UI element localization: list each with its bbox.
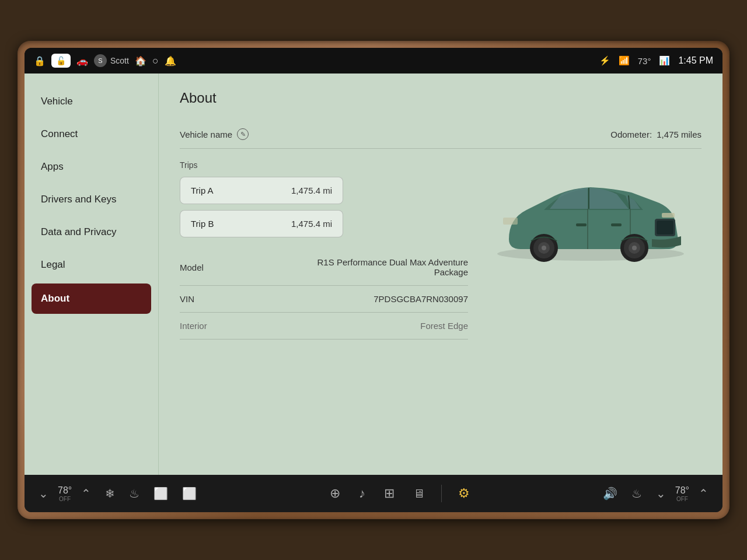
navigation-icon[interactable]: ⊕: [325, 482, 345, 505]
apps-grid-icon[interactable]: ⊞: [379, 482, 399, 505]
content-panel: About Vehicle name ✎ Odometer: 1,475 mil…: [159, 74, 722, 475]
right-temp-display: 78° OFF: [675, 485, 689, 502]
volume-icon[interactable]: 🔊: [598, 483, 622, 504]
vin-row: VIN 7PDSGCBA7RN030097: [180, 286, 468, 313]
main-area: Vehicle Connect Apps Drivers and Keys Da…: [25, 74, 722, 475]
trip-a-label: Trip A: [191, 186, 214, 195]
svg-rect-7: [662, 213, 675, 218]
odometer-value: Odometer: 1,475 miles: [610, 130, 701, 139]
sidebar-item-data-privacy[interactable]: Data and Privacy: [25, 216, 158, 249]
vin-label: VIN: [180, 294, 194, 304]
time-display: 1:45 PM: [678, 55, 713, 66]
edit-vehicle-name-icon[interactable]: ✎: [237, 128, 249, 140]
page-title: About: [180, 90, 701, 106]
content-with-image: Trips Trip A 1,475.4 mi Trip B 1,475.4 m…: [180, 149, 701, 340]
car-icon[interactable]: 🚗: [76, 55, 88, 66]
sidebar-item-drivers-keys[interactable]: Drivers and Keys: [25, 183, 158, 216]
left-temp-display: 78° OFF: [58, 485, 72, 502]
model-value: R1S Performance Dual Max Adventure Packa…: [293, 257, 468, 277]
seat-heat-right-icon[interactable]: ♨: [627, 483, 647, 504]
sidebar-item-vehicle[interactable]: Vehicle: [25, 85, 158, 118]
trips-header: Trips: [180, 160, 468, 170]
bottom-center-controls: ⊕ ♪ ⊞ 🖥 ⚙: [206, 482, 594, 505]
user-name: Scott: [110, 56, 129, 65]
seat-heat-left-icon[interactable]: ♨: [124, 483, 144, 504]
vin-value: 7PDSGCBA7RN030097: [374, 294, 468, 304]
wood-frame: 🔒 🔓 🚗 S Scott 🏠 ○ 🔔 ⚡ 📶: [18, 41, 729, 519]
music-icon[interactable]: ♪: [354, 482, 370, 505]
signal-icon: 📊: [659, 55, 670, 66]
svg-rect-17: [576, 223, 587, 226]
chevron-up-right-icon[interactable]: ⌃: [694, 483, 713, 504]
wifi-icon: 📶: [619, 55, 630, 66]
svg-point-12: [542, 246, 546, 250]
right-temp-label: OFF: [676, 496, 688, 502]
status-bar-right: ⚡ 📶 73° 📊 1:45 PM: [599, 55, 713, 66]
svg-rect-18: [611, 223, 622, 226]
bell-icon[interactable]: 🔔: [165, 55, 176, 66]
trip-b-label: Trip B: [191, 219, 214, 229]
chevron-up-left-icon[interactable]: ⌃: [76, 483, 96, 504]
trip-a-card[interactable]: Trip A 1,475.4 mi: [180, 177, 343, 204]
defrost-rear-icon[interactable]: ⬜: [177, 483, 201, 504]
trips-section: Trips Trip A 1,475.4 mi Trip B 1,475.4 m…: [180, 160, 468, 237]
divider: [441, 485, 442, 502]
screen: 🔒 🔓 🚗 S Scott 🏠 ○ 🔔 ⚡ 📶: [25, 48, 722, 512]
lock-icon[interactable]: 🔒: [34, 55, 46, 66]
screen-icon[interactable]: 🖥: [409, 484, 430, 504]
chevron-down-left-icon[interactable]: ⌄: [34, 483, 53, 504]
chevron-down-right-icon[interactable]: ⌄: [651, 483, 671, 504]
svg-rect-8: [503, 218, 518, 225]
home-icon[interactable]: 🏠: [135, 55, 146, 66]
status-bar: 🔒 🔓 🚗 S Scott 🏠 ○ 🔔 ⚡ 📶: [25, 48, 722, 74]
content-left: Trips Trip A 1,475.4 mi Trip B 1,475.4 m…: [180, 149, 468, 340]
model-label: Model: [180, 262, 204, 272]
bottom-bar: ⌄ 78° OFF ⌃ ❄ ♨ ⬜ ⬜ ⊕ ♪ ⊞ 🖥 ⚙: [25, 475, 722, 512]
bottom-left-climate: ⌄ 78° OFF ⌃ ❄ ♨ ⬜ ⬜: [34, 483, 201, 504]
user-pill[interactable]: S Scott: [94, 54, 129, 67]
defrost-front-icon[interactable]: ⬜: [149, 483, 173, 504]
svg-point-16: [632, 246, 637, 250]
interior-label: Interior: [180, 321, 207, 331]
sidebar-item-about[interactable]: About: [32, 284, 151, 314]
left-temp-value: 78°: [58, 485, 72, 496]
circle-icon[interactable]: ○: [152, 55, 159, 67]
vehicle-name-row: Vehicle name ✎ Odometer: 1,475 miles: [180, 120, 701, 149]
trip-b-card[interactable]: Trip B 1,475.4 mi: [180, 210, 343, 237]
fan-icon[interactable]: ❄: [100, 483, 120, 504]
vehicle-name-label: Vehicle name ✎: [180, 128, 249, 140]
trip-b-value: 1,475.4 mi: [291, 219, 332, 229]
trip-a-value: 1,475.4 mi: [291, 186, 332, 195]
temperature-display: 73°: [638, 56, 651, 66]
right-temp-value: 78°: [675, 485, 689, 496]
interior-row: Interior Forest Edge: [180, 313, 468, 340]
avatar: S: [94, 54, 107, 67]
status-bar-left: 🔒 🔓 🚗 S Scott 🏠 ○ 🔔: [34, 54, 176, 68]
unlock-tab-icon[interactable]: 🔓: [51, 54, 71, 68]
sidebar-item-connect[interactable]: Connect: [25, 118, 158, 150]
bluetooth-icon[interactable]: ⚡: [599, 55, 610, 66]
left-temp-label: OFF: [59, 496, 71, 502]
settings-icon[interactable]: ⚙: [453, 482, 474, 505]
sidebar-item-apps[interactable]: Apps: [25, 150, 158, 183]
interior-value: Forest Edge: [420, 321, 468, 331]
sidebar-item-legal[interactable]: Legal: [25, 249, 158, 281]
vehicle-svg: [486, 155, 696, 271]
vehicle-image-area: [480, 149, 701, 340]
bottom-right-climate: 🔊 ♨ ⌄ 78° OFF ⌃: [598, 483, 713, 504]
model-row: Model R1S Performance Dual Max Adventure…: [180, 249, 468, 286]
svg-rect-6: [657, 220, 673, 235]
sidebar: Vehicle Connect Apps Drivers and Keys Da…: [25, 74, 159, 475]
